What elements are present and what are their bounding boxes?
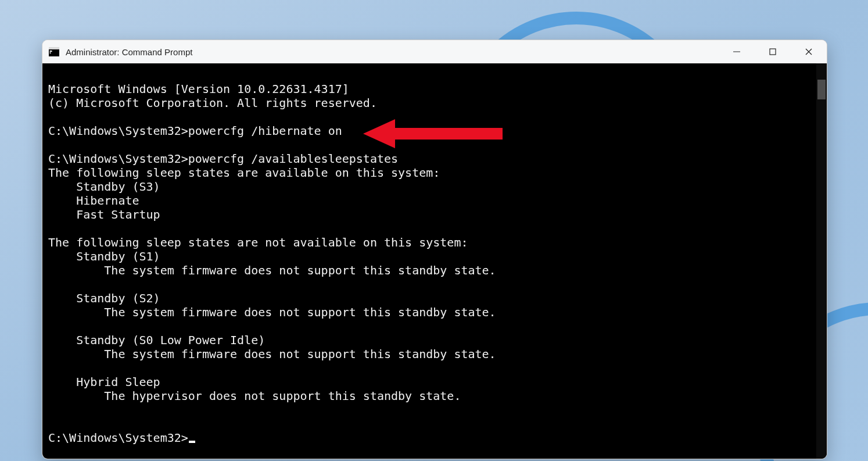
terminal-line: The following sleep states are not avail…: [48, 235, 468, 249]
scrollbar-thumb[interactable]: [817, 80, 826, 99]
terminal-line: The system firmware does not support thi…: [48, 305, 496, 319]
command-prompt-window: Administrator: Command Prompt Microsoft …: [42, 40, 827, 459]
terminal-line: [48, 110, 55, 124]
terminal-line: The system firmware does not support thi…: [48, 263, 496, 277]
terminal-line: The hypervisor does not support this sta…: [48, 389, 461, 403]
terminal-line: [48, 138, 55, 152]
terminal-cursor: [189, 441, 195, 443]
terminal-prompt: C:\Windows\System32>: [48, 124, 188, 138]
terminal-prompt: C:\Windows\System32>: [48, 152, 188, 166]
minimize-button[interactable]: [719, 40, 755, 63]
terminal-command: powercfg /hibernate on: [188, 124, 342, 138]
terminal-line: Microsoft Windows [Version 10.0.22631.43…: [48, 82, 349, 96]
terminal-prompt: C:\Windows\System32>: [48, 431, 188, 445]
terminal-line: [48, 361, 55, 375]
svg-rect-2: [50, 51, 52, 52]
terminal-line: Standby (S3): [48, 180, 160, 194]
svg-rect-5: [770, 49, 776, 55]
close-button[interactable]: [791, 40, 827, 63]
cmd-icon: [48, 46, 60, 58]
svg-rect-3: [50, 52, 51, 53]
terminal-line: Standby (S0 Low Power Idle): [48, 333, 265, 347]
scrollbar-track[interactable]: [816, 63, 827, 459]
terminal-line: (c) Microsoft Corporation. All rights re…: [48, 96, 377, 110]
terminal-line: The following sleep states are available…: [48, 166, 440, 180]
window-title: Administrator: Command Prompt: [66, 47, 719, 57]
terminal-output[interactable]: Microsoft Windows [Version 10.0.22631.43…: [42, 63, 827, 459]
terminal-line: Hybrid Sleep: [48, 375, 160, 389]
maximize-button[interactable]: [755, 40, 791, 63]
terminal-line: [48, 417, 55, 431]
terminal-line: The system firmware does not support thi…: [48, 347, 496, 361]
titlebar[interactable]: Administrator: Command Prompt: [42, 40, 827, 63]
terminal-line: Hibernate: [48, 194, 139, 208]
terminal-line: Fast Startup: [48, 208, 160, 221]
terminal-command: powercfg /availablesleepstates: [188, 152, 398, 166]
svg-rect-1: [49, 47, 59, 49]
terminal-line: [48, 403, 55, 417]
terminal-line: [48, 221, 55, 235]
window-controls: [719, 40, 827, 63]
terminal-line: Standby (S1): [48, 249, 160, 263]
terminal-line: Standby (S2): [48, 291, 160, 305]
terminal-line: [48, 277, 55, 291]
terminal-line: [48, 319, 55, 333]
